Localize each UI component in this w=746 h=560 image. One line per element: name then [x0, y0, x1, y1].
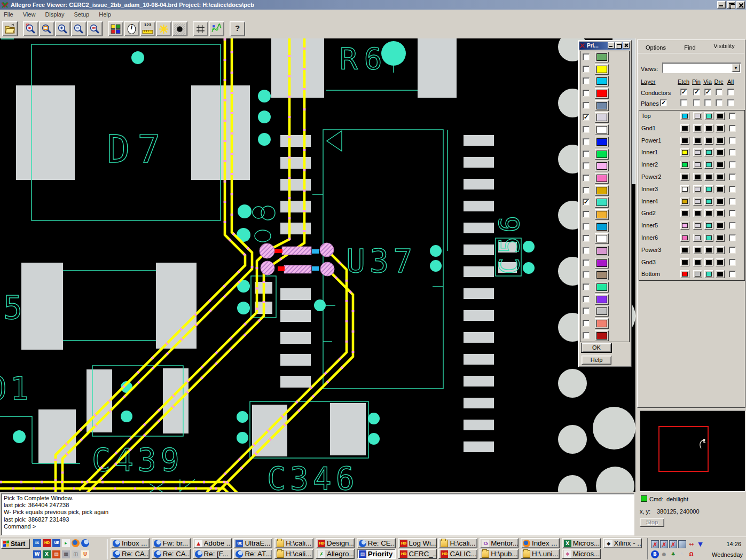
thunderbird-icon[interactable]: [113, 540, 120, 547]
layer-gnd1-all-checkbox[interactable]: [729, 125, 736, 132]
priority-color-swatch-12[interactable]: [595, 197, 609, 208]
layer-inner3-via-color-button[interactable]: [704, 185, 713, 193]
thunderbird-icon[interactable]: [113, 550, 120, 558]
folder-icon[interactable]: [523, 550, 530, 558]
menu-item-help[interactable]: Help: [99, 11, 111, 18]
layer-power2-via-color-button[interactable]: [704, 173, 713, 181]
task-button-priority[interactable]: ▤Priority: [357, 549, 396, 559]
priority-color-swatch-6[interactable]: [595, 124, 609, 135]
toolbar-help-button[interactable]: ?: [230, 21, 245, 36]
toolbar-measure-button[interactable]: 123: [140, 21, 155, 36]
layer-power1-via-color-button[interactable]: [704, 137, 713, 145]
priority-color-swatch-5[interactable]: [595, 112, 609, 123]
priority-color-checkbox-8[interactable]: [583, 151, 590, 157]
layer-power1-pin-color-button[interactable]: [693, 137, 702, 145]
task-button-adobe-[interactable]: ▲Adobe ...: [193, 538, 232, 548]
menu-item-view[interactable]: View: [23, 11, 36, 18]
layer-gnd2-via-color-button[interactable]: [704, 209, 713, 217]
layer-top-drc-color-button[interactable]: [716, 112, 725, 120]
layer-top-via-color-button[interactable]: [704, 112, 713, 120]
layer-inner3-pin-color-button[interactable]: [693, 185, 702, 193]
priority-color-swatch-23[interactable]: [595, 330, 609, 341]
conductors-etch-checkbox[interactable]: ✓: [680, 89, 687, 96]
dialog-minimize-button[interactable]: [608, 42, 615, 49]
folder-icon[interactable]: [441, 540, 448, 547]
layer-power1-drc-color-button[interactable]: [716, 137, 725, 145]
layer-gnd2-etch-color-button[interactable]: [680, 209, 689, 217]
priority-color-checkbox-3[interactable]: [583, 90, 590, 97]
dialog-maximize-button[interactable]: [615, 42, 622, 49]
layer-power1-etch-color-button[interactable]: [680, 137, 689, 145]
priority-color-checkbox-20[interactable]: [583, 296, 590, 303]
priority-color-checkbox-0[interactable]: [583, 53, 590, 60]
xilinx-icon[interactable]: ◆: [605, 540, 612, 547]
layer-gnd3-drc-color-button[interactable]: [716, 258, 725, 266]
word-icon[interactable]: W: [33, 550, 41, 558]
download-manager-icon[interactable]: ▼: [696, 540, 704, 548]
task-button-inbox-[interactable]: Inbox ...: [111, 538, 150, 548]
firefox-icon[interactable]: [523, 540, 530, 547]
priority-dialog-titlebar[interactable]: Pri...: [579, 42, 630, 50]
conductors-pin-checkbox[interactable]: ✓: [693, 89, 700, 96]
tray-clock[interactable]: 14:26: [726, 541, 741, 547]
network-error-icon[interactable]: ✗: [660, 540, 668, 548]
ultraedit-icon[interactable]: UE: [52, 539, 60, 547]
layer-inner1-via-color-button[interactable]: [704, 148, 713, 156]
toolbar-highlight-button[interactable]: [156, 21, 171, 36]
layer-gnd3-pin-color-button[interactable]: [693, 258, 702, 266]
priority-color-swatch-8[interactable]: [595, 149, 609, 160]
layer-inner1-all-checkbox[interactable]: [729, 149, 736, 156]
mail-icon[interactable]: ✉: [33, 539, 41, 547]
hdl-icon[interactable]: HD: [441, 550, 448, 558]
layer-power3-via-color-button[interactable]: [704, 246, 713, 254]
layer-inner6-pin-color-button[interactable]: [693, 234, 702, 242]
layer-inner1-etch-color-button[interactable]: [680, 148, 689, 156]
priority-color-checkbox-21[interactable]: [583, 307, 590, 314]
mouse-icon[interactable]: ↖: [678, 550, 686, 558]
excel-icon[interactable]: X: [564, 540, 571, 547]
layer-power3-all-checkbox[interactable]: [729, 247, 736, 254]
layer-power3-drc-color-button[interactable]: [716, 246, 725, 254]
layer-top-etch-color-button[interactable]: [680, 112, 689, 120]
toolbar-dehighlight-button[interactable]: [172, 21, 187, 36]
pcb-label-r6[interactable]: R6: [340, 41, 388, 76]
folder-icon[interactable]: [277, 540, 284, 547]
hdl-icon[interactable]: HD: [400, 550, 407, 558]
pcb-label-d7[interactable]: D7: [107, 127, 168, 171]
start-button[interactable]: Start: [1, 539, 30, 549]
task-button-log-wi-[interactable]: HDLog Wi...: [398, 538, 437, 548]
task-button-index-[interactable]: Index ...: [521, 538, 560, 548]
priority-color-swatch-11[interactable]: [595, 185, 609, 196]
priority-color-checkbox-10[interactable]: [583, 175, 590, 182]
layer-gnd2-drc-color-button[interactable]: [716, 209, 725, 217]
layer-gnd1-etch-color-button[interactable]: [680, 124, 689, 132]
toolbar-zoom-points-button[interactable]: [23, 21, 38, 36]
layer-gnd1-drc-color-button[interactable]: [716, 124, 725, 132]
bluetooth-icon[interactable]: B: [651, 550, 659, 558]
layer-inner4-etch-color-button[interactable]: [680, 198, 689, 206]
task-button-h-cali-[interactable]: H:\cali...: [274, 549, 313, 559]
chip-icon[interactable]: ▦: [62, 550, 70, 558]
priority-color-checkbox-22[interactable]: [583, 320, 590, 327]
tab-find[interactable]: Find: [673, 43, 707, 53]
network-error-icon[interactable]: ✗: [669, 540, 677, 548]
priority-color-swatch-14[interactable]: [595, 222, 609, 232]
priority-color-checkbox-12[interactable]: ✓: [583, 199, 590, 206]
command-console[interactable]: Pick To Complete Window.last pick: 36440…: [1, 493, 634, 535]
layer-gnd1-pin-color-button[interactable]: [693, 124, 702, 132]
task-button-h-uni-[interactable]: H:\.uni...: [521, 549, 560, 559]
task-button-micros-[interactable]: XMicros...: [562, 538, 601, 548]
thunderbird-icon[interactable]: [195, 550, 202, 558]
planes-drc-checkbox[interactable]: [716, 99, 723, 106]
conductors-via-checkbox[interactable]: ✓: [704, 89, 711, 96]
office-icon[interactable]: ❖: [564, 550, 571, 558]
toolbar-zoom-in-button[interactable]: [55, 21, 70, 36]
layer-inner5-pin-color-button[interactable]: [693, 222, 702, 230]
restore-button[interactable]: [727, 1, 735, 9]
priority-color-swatch-2[interactable]: [595, 76, 609, 86]
layer-inner6-all-checkbox[interactable]: [729, 234, 736, 241]
priority-color-checkbox-14[interactable]: [583, 223, 590, 230]
layer-inner1-drc-color-button[interactable]: [716, 148, 725, 156]
views-select[interactable]: ▼: [662, 62, 741, 73]
priority-color-checkbox-9[interactable]: [583, 162, 590, 169]
